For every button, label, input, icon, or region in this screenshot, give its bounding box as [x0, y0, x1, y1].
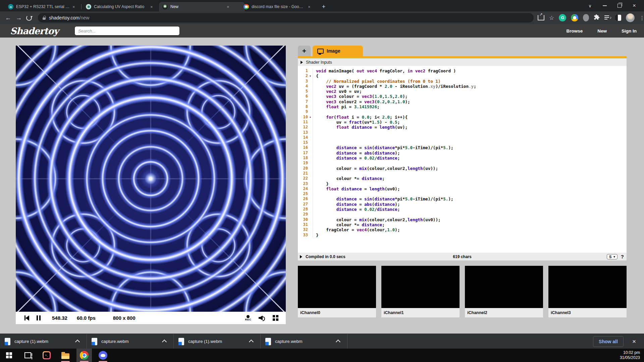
code-line[interactable]: 18 distance = 0.02/distance; [298, 156, 627, 161]
code-line[interactable]: 19 [298, 161, 627, 166]
start-button[interactable] [1, 349, 17, 362]
code-line[interactable]: 27 distance = abs(distance); [298, 202, 627, 207]
url-text[interactable]: shadertoy.com/new [49, 15, 89, 20]
code-line[interactable]: 9 [298, 109, 627, 114]
code-line[interactable]: 11 uv = fract(uv*1.5) - 0.5; [298, 120, 627, 125]
ichannel0-slot[interactable]: iChannel0 [298, 266, 376, 317]
code-line[interactable]: 7 vec3 colour2 = vec3(0.2,0.2,1.0); [298, 99, 627, 104]
code-editor[interactable]: 1void mainImage( out vec4 fragColor, in … [298, 66, 627, 253]
code-line[interactable]: 13 [298, 130, 627, 135]
tab-close-icon[interactable]: × [150, 4, 153, 9]
ichannel0-preview[interactable] [298, 266, 376, 308]
code-line[interactable]: 3 // Normalized pixel coordinates (from … [298, 79, 627, 84]
code-line[interactable]: 23 } [298, 181, 627, 186]
close-window-icon[interactable]: × [631, 3, 637, 9]
reload-icon[interactable] [26, 15, 32, 21]
extensions-puzzle-icon[interactable] [594, 14, 600, 21]
code-line[interactable]: 22 colour *= distance; [298, 176, 627, 181]
chevron-up-icon[interactable] [249, 340, 254, 344]
record-button[interactable]: REC [245, 315, 251, 321]
bookmark-star-icon[interactable]: ☆ [549, 14, 554, 21]
code-line[interactable]: 5 vec2 uv0 = uv; [298, 89, 627, 94]
search-input[interactable] [74, 26, 180, 36]
code-line[interactable]: 31 colour *= distance; [298, 222, 627, 227]
browser-tab-uv-aspect[interactable]: ∗ Calculating UV Aspect Ratio × [83, 2, 164, 11]
download-item[interactable]: capture (1).webm [0, 334, 87, 349]
share-icon[interactable] [538, 15, 544, 20]
browser-tab-esp32[interactable]: ∞ ESP32 + RS232 TTL serial commu × [5, 2, 87, 11]
download-item[interactable]: capture (1).webm [174, 334, 261, 349]
code-line[interactable]: 15 [298, 140, 627, 145]
code-line[interactable]: 29 [298, 212, 627, 217]
address-bar[interactable]: shadertoy.com/new [38, 13, 534, 22]
tab-close-icon[interactable]: × [308, 4, 311, 9]
spy-extension-icon[interactable] [583, 14, 589, 21]
dark-reader-extension-icon[interactable] [615, 15, 621, 21]
download-item[interactable]: capture.webm [87, 334, 174, 349]
forward-icon[interactable]: → [13, 14, 24, 21]
help-button[interactable]: ? [621, 254, 624, 259]
shadertoy-logo[interactable]: Shadertoy [10, 26, 58, 36]
shader-inputs-toggle[interactable]: Shader Inputs [298, 59, 627, 66]
add-pass-button[interactable]: + [298, 46, 311, 56]
nav-new[interactable]: New [597, 28, 607, 34]
code-line[interactable]: 4 vec2 uv = (fragCoord * 2.0 - iResoluti… [298, 84, 627, 89]
terminal-button[interactable]: >_ [39, 349, 54, 362]
chrome-button[interactable] [76, 349, 92, 362]
code-line[interactable]: 32 fragColor = vec4(colour,1.0); [298, 227, 627, 232]
docs-extension-icon[interactable] [571, 14, 578, 21]
back-icon[interactable]: ← [3, 14, 13, 21]
taskbar-clock[interactable]: 10:02 pm 31/05/2023 [620, 350, 640, 360]
tab-close-icon[interactable]: × [227, 4, 229, 9]
code-line[interactable]: 24 float distance = length(uv0); [298, 186, 627, 191]
new-tab-button[interactable]: + [319, 2, 328, 11]
code-line[interactable]: 21 [298, 171, 627, 176]
ichannel2-slot[interactable]: iChannel2 [465, 266, 543, 317]
file-explorer-button[interactable] [58, 349, 73, 362]
tab-image[interactable]: Image [313, 46, 363, 56]
code-line[interactable]: 10▾ for(float i = 0.0; i< 2.0; i++){ [298, 115, 627, 120]
task-view-button[interactable] [20, 349, 36, 362]
chevron-up-icon[interactable] [162, 340, 167, 344]
ichannel3-slot[interactable]: iChannel3 [548, 266, 627, 317]
code-line[interactable]: 17 distance = abs(distance); [298, 150, 627, 156]
code-line[interactable]: 1void mainImage( out vec4 fragColor, in … [298, 68, 627, 73]
pause-button[interactable] [37, 315, 41, 320]
chevron-up-icon[interactable] [336, 340, 340, 344]
fullscreen-icon[interactable] [273, 315, 278, 321]
playlist-extension-icon[interactable] [604, 15, 610, 20]
code-line[interactable]: 20 colour = mix(colour,colour2,length(uv… [298, 166, 627, 171]
tab-close-icon[interactable]: × [72, 4, 75, 9]
volume-icon[interactable] [259, 315, 265, 321]
code-line[interactable]: 2▾{ [298, 73, 627, 78]
ichannel1-slot[interactable]: iChannel1 [381, 266, 460, 317]
ichannel2-preview[interactable] [465, 266, 543, 308]
nav-browse[interactable]: Browse [566, 28, 583, 34]
download-item[interactable]: capture.webm [261, 334, 347, 349]
grammarly-extension-icon[interactable]: G [559, 14, 566, 21]
export-select[interactable]: S▾ [607, 254, 618, 259]
code-line[interactable]: 30 colour = mix(colour,colour2,length(uv… [298, 217, 627, 222]
code-line[interactable]: 26 distance = sin(distance*pi*5.0-iTime)… [298, 196, 627, 201]
minimize-icon[interactable] [603, 5, 607, 6]
profile-avatar[interactable] [626, 13, 635, 22]
rewind-button[interactable] [24, 315, 29, 321]
chevron-up-icon[interactable] [75, 340, 80, 344]
browser-tab-discord-search[interactable]: discord max file size - Google Se × [240, 2, 322, 11]
code-line[interactable]: 33} [298, 233, 627, 238]
nav-sign-in[interactable]: Sign In [622, 28, 637, 34]
code-line[interactable]: 28 distance = 0.02/distance; [298, 207, 627, 212]
browser-menu-icon[interactable]: ⋮ [639, 15, 644, 21]
code-line[interactable]: 12 float distance = length(uv); [298, 125, 627, 130]
discord-button[interactable] [95, 349, 111, 362]
shader-canvas[interactable] [16, 46, 286, 312]
code-line[interactable]: 6 vec3 colour = vec3(1.0,1.5,2.0); [298, 94, 627, 99]
code-line[interactable]: 16 distance = sin(distance*pi*5.0-iTime)… [298, 145, 627, 150]
ichannel1-preview[interactable] [381, 266, 460, 308]
tab-search-icon[interactable]: ∨ [587, 3, 593, 9]
ichannel3-preview[interactable] [548, 266, 627, 308]
browser-tab-new-active[interactable]: New × [159, 2, 245, 11]
code-line[interactable]: 14 [298, 135, 627, 140]
show-all-button[interactable]: Show all [593, 336, 624, 347]
restore-icon[interactable] [618, 4, 622, 8]
